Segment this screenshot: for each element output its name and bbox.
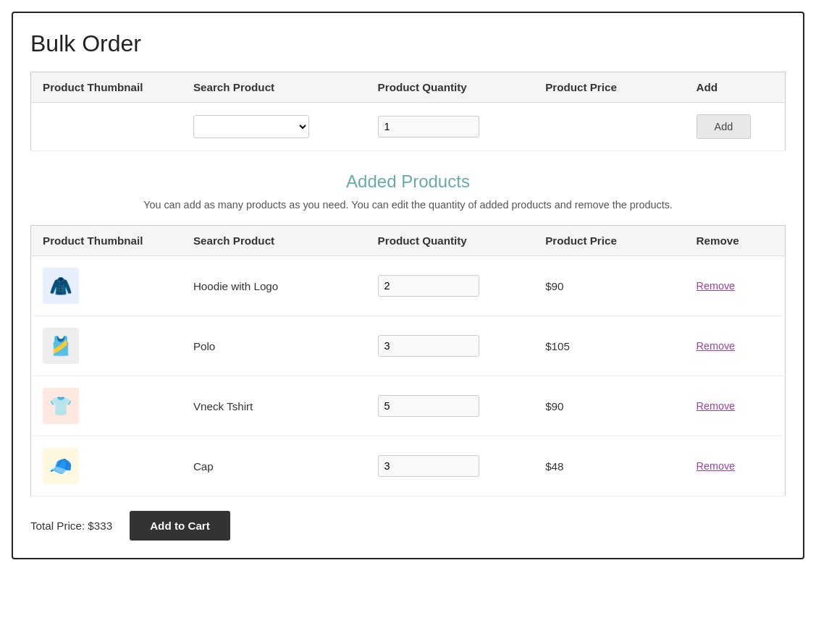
remove-product-link[interactable]: Remove: [697, 400, 736, 412]
product-quantity-cell: [366, 316, 534, 376]
product-name-cell: Polo: [182, 316, 366, 376]
table-row: 🧥 Hoodie with Logo $90 Remove: [31, 256, 786, 316]
page-title: Bulk Order: [30, 30, 786, 57]
top-header-thumbnail: Product Thumbnail: [31, 72, 182, 103]
top-header-quantity: Product Quantity: [366, 72, 534, 103]
thumbnail-cell: 🧥: [31, 256, 182, 316]
add-to-cart-button[interactable]: Add to Cart: [130, 511, 230, 541]
product-remove-cell: Remove: [685, 376, 786, 436]
top-price-cell: [534, 103, 684, 151]
product-remove-cell: Remove: [685, 436, 786, 496]
product-name-cell: Hoodie with Logo: [182, 256, 366, 316]
top-input-row: Hoodie with Logo Polo Vneck Tshirt Cap A…: [31, 103, 786, 151]
row-quantity-input[interactable]: [378, 275, 479, 297]
product-quantity-input[interactable]: [378, 116, 479, 137]
top-search-cell: Hoodie with Logo Polo Vneck Tshirt Cap: [182, 103, 366, 151]
product-remove-cell: Remove: [685, 316, 786, 376]
table-row: 🎽 Polo $105 Remove: [31, 316, 786, 376]
top-product-table: Product Thumbnail Search Product Product…: [30, 72, 786, 151]
added-products-title: Added Products: [30, 171, 786, 192]
add-product-button[interactable]: Add: [697, 114, 752, 139]
product-price-cell: $90: [534, 256, 684, 316]
bottom-header-remove: Remove: [685, 226, 786, 256]
top-header-price: Product Price: [534, 72, 684, 103]
bottom-header-quantity: Product Quantity: [366, 226, 534, 256]
bottom-header-search: Search Product: [182, 226, 366, 256]
row-quantity-input[interactable]: [378, 395, 479, 417]
top-thumbnail-cell: [31, 103, 182, 151]
product-quantity-cell: [366, 436, 534, 496]
product-quantity-cell: [366, 256, 534, 316]
product-price-cell: $90: [534, 376, 684, 436]
remove-product-link[interactable]: Remove: [697, 340, 736, 352]
thumbnail-cell: 🧢: [31, 436, 182, 496]
added-products-section: Added Products You can add as many produ…: [30, 171, 786, 211]
product-thumbnail: 👕: [43, 388, 79, 424]
row-quantity-input[interactable]: [378, 455, 479, 477]
added-products-description: You can add as many products as you need…: [30, 199, 786, 211]
top-header-search: Search Product: [182, 72, 366, 103]
row-quantity-input[interactable]: [378, 335, 479, 357]
thumbnail-cell: 👕: [31, 376, 182, 436]
remove-product-link[interactable]: Remove: [697, 280, 736, 292]
top-quantity-cell: [366, 103, 534, 151]
product-thumbnail: 🧥: [43, 268, 79, 304]
search-product-select[interactable]: Hoodie with Logo Polo Vneck Tshirt Cap: [193, 115, 309, 138]
total-price-label: Total Price: $333: [30, 520, 112, 532]
table-row: 👕 Vneck Tshirt $90 Remove: [31, 376, 786, 436]
thumbnail-cell: 🎽: [31, 316, 182, 376]
product-thumbnail: 🧢: [43, 448, 79, 484]
top-add-cell: Add: [685, 103, 786, 151]
footer-bar: Total Price: $333 Add to Cart: [30, 511, 786, 541]
remove-product-link[interactable]: Remove: [697, 460, 736, 472]
product-price-cell: $105: [534, 316, 684, 376]
bottom-header-thumbnail: Product Thumbnail: [31, 226, 182, 256]
product-name-cell: Vneck Tshirt: [182, 376, 366, 436]
product-quantity-cell: [366, 376, 534, 436]
total-price-value: $333: [88, 520, 112, 532]
added-products-table: Product Thumbnail Search Product Product…: [30, 225, 786, 496]
bottom-header-price: Product Price: [534, 226, 684, 256]
product-thumbnail: 🎽: [43, 328, 79, 364]
product-remove-cell: Remove: [685, 256, 786, 316]
product-price-cell: $48: [534, 436, 684, 496]
top-header-add: Add: [685, 72, 786, 103]
product-name-cell: Cap: [182, 436, 366, 496]
table-row: 🧢 Cap $48 Remove: [31, 436, 786, 496]
